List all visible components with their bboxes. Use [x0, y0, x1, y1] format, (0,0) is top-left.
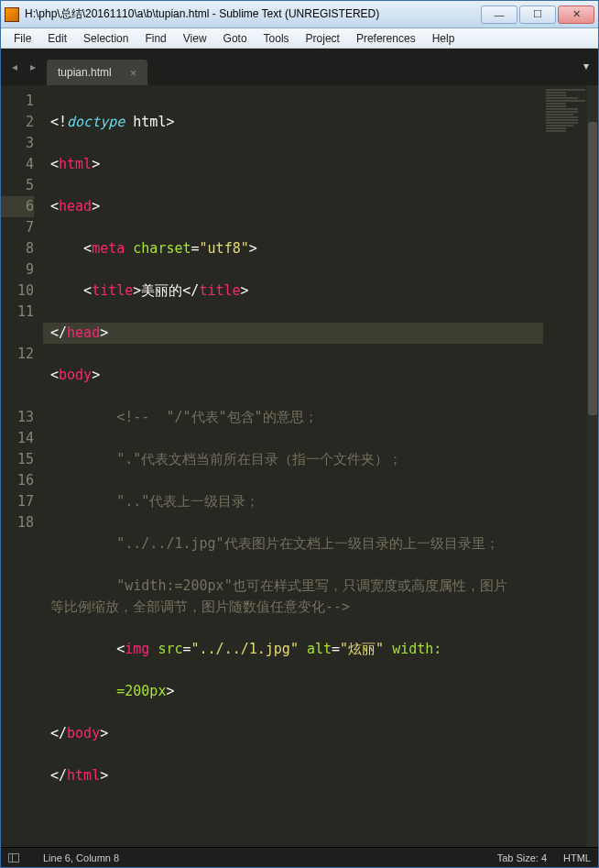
line-number[interactable]: 11: [1, 302, 34, 323]
line-number[interactable]: 7: [1, 217, 34, 238]
line-number[interactable]: 9: [1, 259, 34, 280]
line-number[interactable]: 6: [1, 196, 34, 217]
code-line[interactable]: <body>: [43, 365, 543, 386]
tab-close-icon[interactable]: ×: [130, 66, 137, 80]
tab-forward-icon[interactable]: ▸: [27, 60, 39, 73]
vertical-scrollbar[interactable]: [587, 85, 598, 847]
line-number[interactable]: 16: [1, 470, 34, 491]
menu-tools[interactable]: Tools: [256, 30, 297, 47]
window-title: H:\php\总结\20161110\a\b\tupian.html - Sub…: [25, 6, 481, 22]
close-button[interactable]: ✕: [558, 5, 594, 24]
tab-history-nav: ◂ ▸: [8, 60, 39, 73]
line-number[interactable]: 3: [1, 133, 34, 154]
code-line[interactable]: <meta charset="utf8">: [43, 238, 543, 259]
code-line[interactable]: <!-- "/"代表"包含"的意思；: [43, 407, 543, 428]
code-line[interactable]: </html>: [43, 765, 543, 786]
code-line[interactable]: <!doctype html>: [43, 112, 543, 133]
line-number[interactable]: 18: [1, 512, 34, 533]
app-icon: [5, 7, 19, 22]
line-number[interactable]: 1: [1, 91, 34, 112]
menu-selection[interactable]: Selection: [76, 30, 136, 47]
line-number[interactable]: 2: [1, 112, 34, 133]
menu-view[interactable]: View: [176, 30, 214, 47]
tab-back-icon[interactable]: ◂: [8, 60, 21, 73]
code-line[interactable]: </head>: [43, 323, 543, 344]
menu-project[interactable]: Project: [299, 30, 347, 47]
code-line[interactable]: [43, 808, 543, 829]
titlebar[interactable]: H:\php\总结\20161110\a\b\tupian.html - Sub…: [1, 1, 598, 28]
code-line[interactable]: <html>: [43, 154, 543, 175]
tab-size[interactable]: Tab Size: 4: [497, 852, 547, 863]
line-number[interactable]: 4: [1, 154, 34, 175]
line-number[interactable]: 8: [1, 238, 34, 259]
syntax-mode[interactable]: HTML: [563, 852, 591, 863]
line-number[interactable]: 15: [1, 449, 34, 470]
menu-find[interactable]: Find: [137, 30, 173, 47]
statusbar: Line 6, Column 8 Tab Size: 4 HTML: [1, 847, 598, 867]
line-number[interactable]: 10: [1, 280, 34, 302]
code-line[interactable]: "."代表文档当前所在目录（指一个文件夹）；: [43, 449, 543, 470]
window: H:\php\总结\20161110\a\b\tupian.html - Sub…: [0, 0, 599, 868]
menu-file[interactable]: File: [6, 30, 38, 47]
minimize-button[interactable]: —: [481, 5, 517, 24]
line-number[interactable]: 12: [1, 344, 34, 365]
scrollbar-thumb[interactable]: [588, 122, 597, 415]
code-line[interactable]: =200px>: [43, 681, 543, 702]
menu-goto[interactable]: Goto: [216, 30, 255, 47]
code-line[interactable]: "width:=200px"也可在样式里写，只调宽度或高度属性，图片等比例缩放，…: [43, 576, 519, 618]
sidebar-toggle-icon[interactable]: [8, 853, 19, 863]
maximize-button[interactable]: ☐: [519, 5, 556, 24]
code-area[interactable]: <!doctype html> <html> <head> <meta char…: [43, 85, 543, 847]
menu-help[interactable]: Help: [425, 30, 463, 47]
code-line[interactable]: "../../1.jpg"代表图片在文档上一级目录的上一级目录里；: [43, 533, 519, 555]
code-line[interactable]: <img src="../../1.jpg" alt="炫丽" width:: [43, 639, 543, 660]
line-gutter[interactable]: 1 2 3 4 5 6 7 8 9 10 11 12 13 14 15 16 1…: [1, 85, 43, 847]
tab-overflow-icon[interactable]: ▾: [583, 60, 589, 72]
menu-preferences[interactable]: Preferences: [349, 30, 423, 47]
line-number[interactable]: 13: [1, 407, 34, 428]
code-line[interactable]: ".."代表上一级目录；: [43, 491, 543, 512]
code-line[interactable]: </body>: [43, 723, 543, 744]
line-number[interactable]: 17: [1, 491, 34, 512]
file-tab[interactable]: tupian.html ×: [47, 60, 147, 85]
menu-edit[interactable]: Edit: [40, 30, 74, 47]
code-line[interactable]: <title>美丽的</title>: [43, 280, 543, 302]
code-line[interactable]: <head>: [43, 196, 543, 217]
tabbar: ◂ ▸ tupian.html × ▾: [1, 49, 598, 85]
file-tab-label: tupian.html: [58, 66, 112, 79]
cursor-position[interactable]: Line 6, Column 8: [43, 852, 119, 863]
editor[interactable]: 1 2 3 4 5 6 7 8 9 10 11 12 13 14 15 16 1…: [1, 85, 598, 847]
menubar: File Edit Selection Find View Goto Tools…: [1, 28, 598, 49]
line-number[interactable]: 5: [1, 175, 34, 196]
line-number[interactable]: 14: [1, 428, 34, 449]
window-buttons: — ☐ ✕: [481, 5, 594, 24]
